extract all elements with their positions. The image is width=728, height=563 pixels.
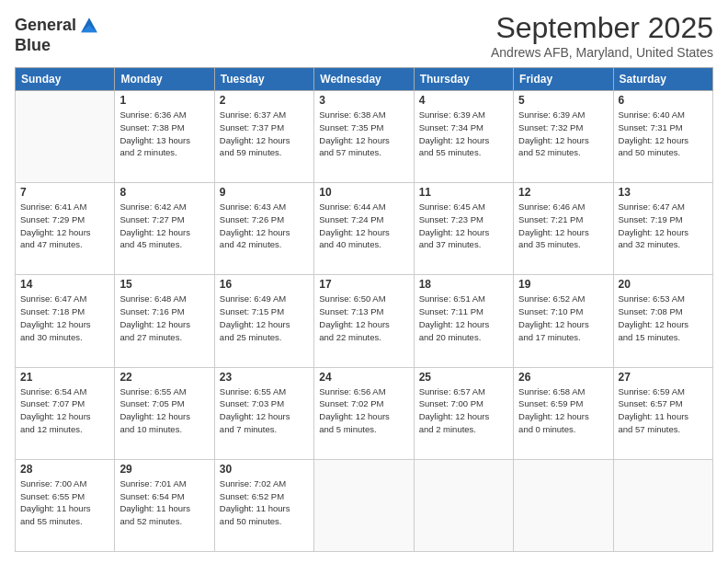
calendar-cell: 18Sunrise: 6:51 AMSunset: 7:11 PMDayligh… [414, 275, 513, 367]
calendar-cell: 11Sunrise: 6:45 AMSunset: 7:23 PMDayligh… [414, 183, 513, 275]
calendar-cell [314, 459, 414, 551]
week-row-0: 1Sunrise: 6:36 AMSunset: 7:38 PMDaylight… [16, 91, 713, 183]
day-number: 19 [518, 278, 608, 291]
day-number: 13 [619, 186, 708, 199]
col-header-monday: Monday [115, 68, 214, 91]
month-title: September 2025 [491, 11, 713, 45]
day-number: 16 [220, 278, 309, 291]
logo-blue: Blue [15, 36, 51, 54]
day-number: 8 [119, 186, 209, 199]
day-number: 29 [119, 463, 209, 476]
week-row-3: 21Sunrise: 6:54 AMSunset: 7:07 PMDayligh… [16, 367, 713, 459]
day-info: Sunrise: 6:46 AMSunset: 7:21 PMDaylight:… [518, 201, 608, 251]
day-info: Sunrise: 6:43 AMSunset: 7:26 PMDaylight:… [220, 201, 309, 251]
day-info: Sunrise: 7:01 AMSunset: 6:54 PMDaylight:… [119, 477, 209, 528]
day-number: 9 [220, 186, 309, 199]
day-info: Sunrise: 6:45 AMSunset: 7:23 PMDaylight:… [419, 201, 508, 251]
logo-icon [78, 15, 100, 37]
calendar-cell [514, 459, 613, 551]
day-info: Sunrise: 6:58 AMSunset: 6:59 PMDaylight:… [518, 385, 608, 436]
day-number: 14 [20, 278, 109, 291]
day-number: 1 [119, 94, 209, 107]
day-info: Sunrise: 6:52 AMSunset: 7:10 PMDaylight:… [518, 293, 608, 343]
calendar-cell: 26Sunrise: 6:58 AMSunset: 6:59 PMDayligh… [514, 367, 613, 459]
col-header-thursday: Thursday [414, 68, 513, 91]
day-info: Sunrise: 6:47 AMSunset: 7:18 PMDaylight:… [20, 293, 109, 343]
day-info: Sunrise: 6:47 AMSunset: 7:19 PMDaylight:… [619, 201, 708, 251]
calendar-cell: 6Sunrise: 6:40 AMSunset: 7:31 PMDaylight… [613, 91, 712, 183]
calendar-cell: 5Sunrise: 6:39 AMSunset: 7:32 PMDaylight… [514, 91, 613, 183]
day-info: Sunrise: 6:53 AMSunset: 7:08 PMDaylight:… [619, 293, 708, 343]
day-number: 17 [319, 278, 408, 291]
title-block: September 2025 Andrews AFB, Maryland, Un… [491, 11, 713, 60]
day-info: Sunrise: 6:44 AMSunset: 7:24 PMDaylight:… [319, 201, 408, 251]
day-info: Sunrise: 6:55 AMSunset: 7:03 PMDaylight:… [220, 385, 309, 436]
day-number: 18 [419, 278, 508, 291]
calendar-cell: 10Sunrise: 6:44 AMSunset: 7:24 PMDayligh… [314, 183, 414, 275]
day-info: Sunrise: 6:55 AMSunset: 7:05 PMDaylight:… [119, 385, 209, 436]
calendar-cell: 24Sunrise: 6:56 AMSunset: 7:02 PMDayligh… [314, 367, 414, 459]
calendar-table: SundayMondayTuesdayWednesdayThursdayFrid… [15, 67, 713, 552]
calendar-cell: 9Sunrise: 6:43 AMSunset: 7:26 PMDaylight… [214, 183, 313, 275]
day-number: 21 [20, 371, 109, 384]
week-row-2: 14Sunrise: 6:47 AMSunset: 7:18 PMDayligh… [16, 275, 713, 367]
day-info: Sunrise: 7:00 AMSunset: 6:55 PMDaylight:… [20, 477, 109, 528]
calendar-cell [613, 459, 712, 551]
calendar-cell: 7Sunrise: 6:41 AMSunset: 7:29 PMDaylight… [16, 183, 115, 275]
day-number: 15 [119, 278, 209, 291]
day-info: Sunrise: 6:48 AMSunset: 7:16 PMDaylight:… [119, 293, 209, 343]
day-info: Sunrise: 6:40 AMSunset: 7:31 PMDaylight:… [619, 109, 708, 159]
day-number: 26 [518, 371, 608, 384]
calendar-cell: 20Sunrise: 6:53 AMSunset: 7:08 PMDayligh… [613, 275, 712, 367]
day-number: 30 [220, 463, 309, 476]
week-row-1: 7Sunrise: 6:41 AMSunset: 7:29 PMDaylight… [16, 183, 713, 275]
col-header-tuesday: Tuesday [214, 68, 313, 91]
day-info: Sunrise: 6:38 AMSunset: 7:35 PMDaylight:… [319, 109, 408, 159]
day-number: 22 [119, 371, 209, 384]
day-number: 12 [518, 186, 608, 199]
day-info: Sunrise: 6:36 AMSunset: 7:38 PMDaylight:… [119, 109, 209, 159]
day-info: Sunrise: 6:39 AMSunset: 7:32 PMDaylight:… [518, 109, 608, 159]
calendar-cell: 23Sunrise: 6:55 AMSunset: 7:03 PMDayligh… [214, 367, 313, 459]
calendar-cell: 22Sunrise: 6:55 AMSunset: 7:05 PMDayligh… [115, 367, 214, 459]
logo-text: General [15, 17, 76, 35]
logo-general: General [15, 16, 76, 34]
day-number: 7 [20, 186, 109, 199]
calendar-cell: 1Sunrise: 6:36 AMSunset: 7:38 PMDaylight… [115, 91, 214, 183]
week-row-4: 28Sunrise: 7:00 AMSunset: 6:55 PMDayligh… [16, 459, 713, 551]
calendar-cell [414, 459, 513, 551]
calendar-cell: 28Sunrise: 7:00 AMSunset: 6:55 PMDayligh… [16, 459, 115, 551]
calendar-cell: 30Sunrise: 7:02 AMSunset: 6:52 PMDayligh… [214, 459, 313, 551]
day-info: Sunrise: 6:49 AMSunset: 7:15 PMDaylight:… [220, 293, 309, 343]
header: General Blue September 2025 Andrews AFB,… [15, 11, 713, 60]
calendar-cell: 19Sunrise: 6:52 AMSunset: 7:10 PMDayligh… [514, 275, 613, 367]
day-info: Sunrise: 6:59 AMSunset: 6:57 PMDaylight:… [619, 385, 708, 436]
page: General Blue September 2025 Andrews AFB,… [0, 0, 728, 563]
calendar-cell: 27Sunrise: 6:59 AMSunset: 6:57 PMDayligh… [613, 367, 712, 459]
day-info: Sunrise: 6:50 AMSunset: 7:13 PMDaylight:… [319, 293, 408, 343]
col-header-friday: Friday [514, 68, 613, 91]
day-info: Sunrise: 6:39 AMSunset: 7:34 PMDaylight:… [419, 109, 508, 159]
day-info: Sunrise: 6:57 AMSunset: 7:00 PMDaylight:… [419, 385, 508, 436]
day-number: 4 [419, 94, 508, 107]
calendar-cell: 4Sunrise: 6:39 AMSunset: 7:34 PMDaylight… [414, 91, 513, 183]
calendar-cell: 14Sunrise: 6:47 AMSunset: 7:18 PMDayligh… [16, 275, 115, 367]
calendar-cell [16, 91, 115, 183]
day-info: Sunrise: 7:02 AMSunset: 6:52 PMDaylight:… [220, 477, 309, 528]
calendar-cell: 2Sunrise: 6:37 AMSunset: 7:37 PMDaylight… [214, 91, 313, 183]
day-number: 27 [619, 371, 708, 384]
col-header-saturday: Saturday [613, 68, 712, 91]
day-number: 25 [419, 371, 508, 384]
location-subtitle: Andrews AFB, Maryland, United States [491, 45, 713, 60]
calendar-cell: 8Sunrise: 6:42 AMSunset: 7:27 PMDaylight… [115, 183, 214, 275]
day-number: 11 [419, 186, 508, 199]
calendar-cell: 21Sunrise: 6:54 AMSunset: 7:07 PMDayligh… [16, 367, 115, 459]
day-number: 6 [619, 94, 708, 107]
calendar-cell: 13Sunrise: 6:47 AMSunset: 7:19 PMDayligh… [613, 183, 712, 275]
day-info: Sunrise: 6:54 AMSunset: 7:07 PMDaylight:… [20, 385, 109, 436]
calendar-cell: 3Sunrise: 6:38 AMSunset: 7:35 PMDaylight… [314, 91, 414, 183]
day-number: 24 [319, 371, 408, 384]
logo: General Blue [15, 15, 100, 55]
day-info: Sunrise: 6:56 AMSunset: 7:02 PMDaylight:… [319, 385, 408, 436]
day-info: Sunrise: 6:37 AMSunset: 7:37 PMDaylight:… [220, 109, 309, 159]
